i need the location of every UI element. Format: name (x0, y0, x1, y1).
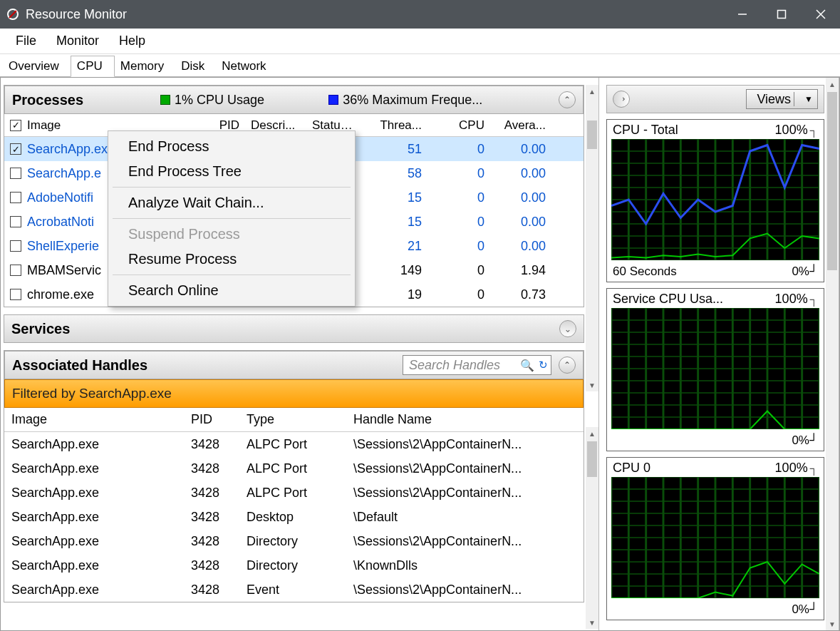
process-cpu: 0 (427, 263, 490, 278)
handle-type: Directory (247, 534, 353, 549)
charts-area: CPU - Total100%┐60 Seconds0%┘Service CPU… (599, 119, 839, 620)
refresh-icon[interactable]: ↻ (539, 359, 548, 371)
handle-row[interactable]: SearchApp.exe3428Directory\Sessions\2\Ap… (4, 529, 584, 553)
left-column: ▲ ▼ Processes 1% CPU Usage 36% Maximum F… (1, 78, 599, 630)
handle-pid: 3428 (191, 437, 247, 452)
menu-file[interactable]: File (6, 31, 46, 51)
handle-row[interactable]: SearchApp.exe3428ALPC Port\Sessions\2\Ap… (4, 481, 584, 505)
handle-name: \KnownDlls (353, 558, 584, 573)
ctx-resume-process[interactable]: Resume Process (108, 247, 355, 272)
tab-disk[interactable]: Disk (175, 56, 216, 76)
processes-scrollbar[interactable]: ▲ ▼ (586, 85, 598, 391)
row-checkbox[interactable] (10, 240, 21, 252)
process-image: AcrobatNoti (27, 215, 94, 230)
menubar: File Monitor Help (0, 29, 840, 54)
hcol-image[interactable]: Image (4, 412, 191, 427)
ctx-search-online[interactable]: Search Online (108, 278, 355, 303)
chevron-right-icon[interactable]: ⌃ (613, 91, 630, 108)
chart-canvas (611, 477, 819, 598)
tab-memory[interactable]: Memory (115, 56, 175, 76)
window-title: Resource Monitor (26, 7, 722, 22)
ctx-analyze-wait-chain-[interactable]: Analyze Wait Chain... (108, 190, 355, 215)
process-threads: 19 (359, 287, 427, 302)
chart-canvas (611, 308, 819, 429)
handle-row[interactable]: SearchApp.exe3428Desktop\Default (4, 505, 584, 529)
process-avg: 0.00 (490, 142, 551, 157)
menu-help[interactable]: Help (109, 31, 155, 51)
filter-text: Filtered by SearchApp.exe (12, 386, 172, 401)
process-avg: 1.94 (490, 263, 551, 278)
chevron-down-icon: ▼ (804, 94, 813, 104)
scroll-thumb[interactable] (827, 92, 837, 270)
handle-pid: 3428 (191, 486, 247, 501)
col-threads[interactable]: Threa... (359, 118, 427, 133)
process-image: AdobeNotifi (27, 190, 93, 205)
services-title: Services (11, 321, 70, 337)
chart-title: CPU 0 (613, 461, 650, 476)
handle-pid: 3428 (191, 461, 247, 476)
views-button[interactable]: Views ▼ (746, 89, 818, 109)
collapse-icon[interactable]: ⌃ (559, 91, 576, 108)
scroll-up-icon[interactable]: ▲ (826, 78, 839, 91)
close-button[interactable] (801, 0, 840, 29)
collapse-icon[interactable]: ⌃ (559, 356, 576, 374)
services-header[interactable]: Services ⌃ (4, 314, 584, 343)
process-threads: 15 (359, 190, 427, 205)
menu-separator (113, 218, 351, 219)
process-threads: 51 (359, 142, 427, 157)
scroll-thumb[interactable] (587, 120, 597, 149)
handles-header[interactable]: Associated Handles Search Handles 🔍 ↻ ⌃ (4, 351, 584, 379)
col-cpu[interactable]: CPU (427, 118, 490, 133)
row-checkbox[interactable] (10, 192, 21, 203)
chart-canvas (611, 139, 819, 260)
col-average[interactable]: Avera... (490, 118, 551, 133)
ctx-end-process-tree[interactable]: End Process Tree (108, 159, 355, 184)
row-checkbox[interactable] (10, 265, 21, 276)
max-freq-stat: 36% Maximum Freque... (328, 93, 482, 108)
ctx-end-process[interactable]: End Process (108, 134, 355, 159)
scroll-thumb[interactable] (587, 441, 597, 477)
handle-row[interactable]: SearchApp.exe3428Event\Sessions\2\AppCon… (4, 578, 584, 602)
green-square-icon (160, 95, 170, 105)
process-avg: 0.73 (490, 287, 551, 302)
process-avg: 0.00 (490, 190, 551, 205)
handle-row[interactable]: SearchApp.exe3428ALPC Port\Sessions\2\Ap… (4, 432, 584, 456)
row-checkbox[interactable] (10, 143, 21, 155)
search-icon[interactable]: 🔍 (520, 359, 534, 372)
scroll-down-icon[interactable]: ▼ (586, 616, 598, 629)
handle-row[interactable]: SearchApp.exe3428Directory\KnownDlls (4, 553, 584, 578)
handles-columns: Image PID Type Handle Name (4, 408, 584, 432)
handle-row[interactable]: SearchApp.exe3428ALPC Port\Sessions\2\Ap… (4, 456, 584, 481)
process-cpu: 0 (427, 190, 490, 205)
hcol-pid[interactable]: PID (191, 412, 247, 427)
process-cpu: 0 (427, 142, 490, 157)
scroll-up-icon[interactable]: ▲ (586, 85, 598, 98)
tab-network[interactable]: Network (216, 56, 277, 76)
handles-rows: SearchApp.exe3428ALPC Port\Sessions\2\Ap… (4, 432, 584, 602)
services-panel: Services ⌃ (4, 314, 584, 343)
process-threads: 21 (359, 239, 427, 254)
scroll-up-icon[interactable]: ▲ (586, 427, 598, 440)
scroll-down-icon[interactable]: ▼ (586, 379, 598, 391)
charts-scrollbar[interactable]: ▲ ▼ (826, 78, 839, 630)
handle-name: \Sessions\2\AppContainerN... (353, 461, 584, 476)
row-checkbox[interactable] (10, 168, 21, 179)
header-checkbox[interactable] (10, 120, 21, 131)
scroll-down-icon[interactable]: ▼ (826, 617, 839, 630)
tab-cpu[interactable]: CPU (71, 56, 115, 77)
search-handles-box[interactable]: Search Handles 🔍 ↻ (403, 355, 551, 375)
chart-max: 100%┐ (775, 292, 818, 307)
process-threads: 58 (359, 166, 427, 181)
processes-header[interactable]: Processes 1% CPU Usage 36% Maximum Frequ… (4, 86, 584, 114)
handles-scrollbar[interactable]: ▲ ▼ (586, 427, 598, 629)
tab-overview[interactable]: Overview (3, 56, 71, 76)
expand-icon[interactable]: ⌃ (559, 320, 576, 337)
row-checkbox[interactable] (10, 289, 21, 300)
menu-monitor[interactable]: Monitor (46, 31, 109, 51)
hcol-type[interactable]: Type (247, 412, 353, 427)
minimize-button[interactable] (722, 0, 762, 29)
row-checkbox[interactable] (10, 216, 21, 227)
maximize-button[interactable] (762, 0, 801, 29)
process-image: SearchApp.exe (27, 142, 115, 157)
hcol-name[interactable]: Handle Name (353, 412, 584, 427)
